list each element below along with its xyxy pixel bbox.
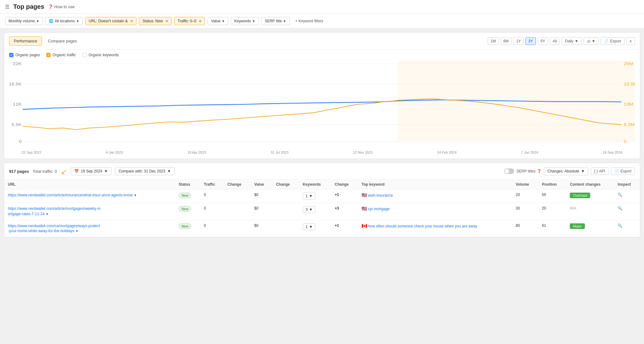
- tab-compare-pages[interactable]: Compare pages: [43, 36, 82, 46]
- col-status: Status: [175, 180, 200, 189]
- close-icon[interactable]: ✕: [165, 19, 168, 23]
- chart-area: 22K 16.5K 11K 5.5K 0 26M 19.5M 13M 6.5M …: [4, 60, 640, 159]
- keywords-cell: 1 ▼: [299, 220, 331, 237]
- export-table-btn[interactable]: 📄 Export: [611, 167, 635, 175]
- changes-selector[interactable]: Changes: Absolute ▼: [544, 167, 588, 175]
- position-cell: 55: [538, 189, 566, 203]
- svg-text:11K: 11K: [13, 102, 22, 106]
- traffic-change-cell: [224, 220, 250, 237]
- serp-titles-toggle[interactable]: [504, 168, 514, 174]
- keywords-btn[interactable]: 3 ▼: [303, 206, 316, 213]
- svg-text:26M: 26M: [624, 62, 633, 66]
- value-filter[interactable]: Value ▼: [208, 17, 228, 25]
- time-1y[interactable]: 1Y: [513, 37, 524, 45]
- svg-text:16.5K: 16.5K: [9, 82, 22, 86]
- url-link[interactable]: https://www.nerdwallet.com/article/insur…: [8, 193, 133, 197]
- organic-pages-checkbox[interactable]: ✓: [9, 53, 14, 57]
- keywords-change-cell: +1: [331, 220, 358, 237]
- annotation-btn[interactable]: ◎ ▼: [584, 37, 599, 45]
- volume-cell: 20: [512, 189, 538, 203]
- interval-selector[interactable]: Daily ▼: [562, 37, 582, 45]
- help-link[interactable]: ❓ How to use: [48, 4, 75, 9]
- status-cell: New: [175, 189, 200, 203]
- time-6m[interactable]: 6M: [501, 37, 512, 45]
- url-dropdown-icon[interactable]: ▼: [46, 212, 49, 216]
- globe-icon: 🌐: [49, 19, 53, 23]
- legend-organic-traffic[interactable]: ✓ Organic traffic: [46, 53, 76, 57]
- inspect-cell: 🔍: [614, 189, 640, 203]
- table-row: https://www.nerdwallet.com/article/insur…: [4, 189, 640, 203]
- inspect-icon[interactable]: 🔍: [618, 193, 622, 197]
- url-link[interactable]: https://www.nerdwallet.com/article/mortg…: [8, 206, 101, 216]
- keyword-link[interactable]: how often should someone check your hous…: [368, 224, 477, 228]
- table-toolbar: 917 pages Total traffic: 0 ↙ 📅 19 Sep 20…: [4, 163, 640, 180]
- total-traffic: Total traffic: 0: [33, 169, 57, 174]
- traffic-cell: 0: [200, 203, 224, 220]
- svg-text:0: 0: [19, 139, 22, 144]
- table-header: URL Status Traffic Change Value Change K…: [4, 180, 640, 189]
- all-locations-filter[interactable]: 🌐 All locations ▼: [45, 17, 83, 25]
- chart-svg: 22K 16.5K 11K 5.5K 0 26M 19.5M 13M 6.5M …: [9, 60, 635, 148]
- value-cell: $0: [250, 203, 272, 220]
- serp-title-filter[interactable]: SERP title ▼: [261, 17, 290, 25]
- keywords-change-cell: +3: [331, 203, 358, 220]
- close-icon[interactable]: ✕: [130, 19, 133, 23]
- legend-organic-pages[interactable]: ✓ Organic pages: [9, 53, 40, 57]
- content-change-badge: Major: [570, 223, 585, 229]
- add-keyword-filters[interactable]: + Keyword filters: [292, 17, 326, 25]
- date-selector[interactable]: 📅 19 Sep 2024 ▼: [71, 167, 111, 175]
- chart-section: Performance Compare pages 1M 6M 1Y 2Y 5Y…: [4, 32, 640, 159]
- status-filter[interactable]: Status: New ✕: [139, 17, 172, 25]
- col-top-keyword: Top keyword: [358, 180, 512, 189]
- legend-organic-keywords[interactable]: Organic keywords: [82, 53, 119, 57]
- api-btn[interactable]: { } API: [591, 167, 609, 175]
- table-body: https://www.nerdwallet.com/article/insur…: [4, 189, 640, 237]
- tab-performance[interactable]: Performance: [9, 36, 42, 46]
- keyword-link[interactable]: cpi mortgage: [368, 207, 390, 211]
- traffic-change-cell: [224, 189, 250, 203]
- organic-keywords-checkbox[interactable]: [82, 53, 87, 57]
- position-cell: 20: [538, 203, 566, 220]
- col-inspect: Inspect: [614, 180, 640, 189]
- keywords-btn[interactable]: 1 ▼: [303, 193, 316, 199]
- url-filter[interactable]: URL: Doesn't contain & ✕: [85, 17, 136, 25]
- time-1m[interactable]: 1M: [488, 37, 499, 45]
- chart-controls: 1M 6M 1Y 2Y 5Y All Daily ▼ ◎ ▼ 📄 Export: [488, 37, 635, 45]
- dropdown-arrow-icon: ▼: [76, 19, 79, 23]
- url-link[interactable]: https://www.nerdwallet.com/ca/mortgages/…: [8, 224, 100, 233]
- keywords-filter[interactable]: Keywords ▼: [231, 17, 259, 25]
- pages-count: 917 pages: [9, 169, 29, 174]
- keywords-btn[interactable]: 1 ▼: [303, 223, 316, 230]
- content-changes-cell: N/A: [566, 203, 614, 220]
- menu-icon[interactable]: ☰: [5, 4, 9, 10]
- compare-date-selector[interactable]: Compare with: 31 Dec 2023 ▼: [115, 167, 175, 175]
- time-5y[interactable]: 5Y: [538, 37, 548, 45]
- url-dropdown-icon[interactable]: ▼: [75, 229, 79, 233]
- chart-header: Performance Compare pages 1M 6M 1Y 2Y 5Y…: [4, 33, 640, 50]
- inspect-icon[interactable]: 🔍: [618, 223, 622, 228]
- calendar-icon: 📅: [74, 169, 79, 173]
- export-chart-btn[interactable]: 📄 Export: [601, 37, 625, 45]
- traffic-filter[interactable]: Traffic: 0–0 ✕: [174, 17, 205, 25]
- inspect-cell: 🔍: [614, 203, 640, 220]
- value-cell: $0: [250, 220, 272, 237]
- content-changes-cell: Major: [566, 220, 614, 237]
- close-icon[interactable]: ✕: [199, 19, 202, 23]
- collapse-chart-btn[interactable]: ∧: [626, 37, 635, 45]
- filters-bar: Monthly volume ▼ 🌐 All locations ▼ URL: …: [0, 14, 644, 29]
- content-change-badge: Overhaul: [570, 193, 590, 198]
- inspect-icon[interactable]: 🔍: [618, 206, 622, 210]
- position-cell: 61: [538, 220, 566, 237]
- time-2y[interactable]: 2Y: [525, 37, 536, 45]
- status-cell: New: [175, 203, 200, 220]
- url-dropdown-icon[interactable]: ▼: [134, 194, 137, 197]
- col-traffic: Traffic: [200, 180, 224, 189]
- time-all[interactable]: All: [550, 37, 560, 45]
- keyword-link[interactable]: wish insurance: [368, 193, 393, 198]
- svg-text:6.5M: 6.5M: [624, 123, 635, 127]
- value-cell: $0: [250, 189, 272, 203]
- dropdown-arrow-icon: ▼: [309, 225, 313, 229]
- monthly-volume-filter[interactable]: Monthly volume ▼: [5, 17, 43, 25]
- organic-traffic-checkbox[interactable]: ✓: [46, 53, 51, 57]
- col-traffic-change: Change: [224, 180, 250, 189]
